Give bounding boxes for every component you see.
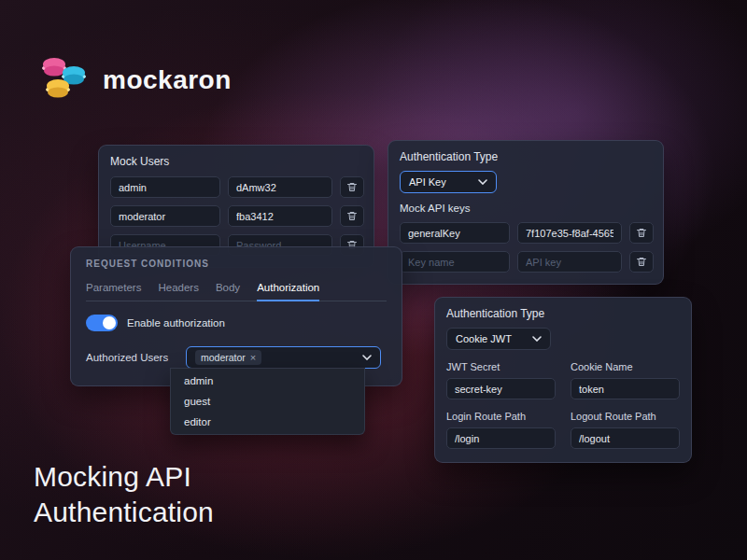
chip-remove-icon[interactable]: × — [250, 353, 256, 363]
page: mockaron Mock Users Authenticat — [0, 0, 747, 560]
delete-user-button[interactable] — [340, 205, 364, 227]
tab-headers[interactable]: Headers — [158, 278, 198, 301]
cookie-name-label: Cookie Name — [571, 361, 680, 372]
delete-user-button[interactable] — [340, 176, 364, 198]
api-key-row — [400, 222, 652, 244]
tab-authorization[interactable]: Authorization — [257, 278, 319, 301]
login-route-field: Login Route Path — [446, 411, 556, 449]
password-input[interactable] — [228, 205, 332, 227]
logout-route-label: Logout Route Path — [571, 411, 680, 422]
tab-body[interactable]: Body — [216, 278, 240, 301]
delete-key-button[interactable] — [629, 222, 654, 244]
request-conditions-panel: REQUEST CONDITIONS Parameters Headers Bo… — [70, 246, 402, 386]
username-input[interactable] — [110, 205, 220, 227]
auth-type-select[interactable]: Cookie JWT — [446, 328, 551, 350]
auth-type-selected-value: API Key — [409, 176, 446, 188]
delete-key-button[interactable] — [629, 251, 654, 273]
enable-authorization-toggle[interactable] — [86, 315, 118, 331]
page-headline: Mocking API Authentication — [34, 459, 214, 530]
api-key-input[interactable] — [517, 251, 622, 273]
login-route-input[interactable] — [446, 427, 556, 449]
dropdown-option-admin[interactable]: admin — [171, 371, 364, 391]
auth-type-title: Authentication Type — [400, 150, 652, 163]
selected-user-chip: moderator × — [195, 350, 261, 365]
authorized-users-row: Authorized Users moderator × — [86, 346, 387, 369]
login-route-label: Login Route Path — [446, 411, 556, 422]
authorized-users-dropdown: admin guest editor — [170, 368, 365, 435]
brand-name: mockaron — [103, 65, 232, 95]
headline-line2: Authentication — [34, 495, 214, 530]
headline-line1: Mocking API — [34, 459, 214, 495]
enable-authorization-row: Enable authorization — [86, 315, 387, 331]
dropdown-option-guest[interactable]: guest — [171, 391, 364, 412]
logout-route-input[interactable] — [571, 427, 680, 449]
auth-type-selected-value: Cookie JWT — [456, 333, 512, 344]
jwt-fields: JWT Secret Cookie Name Login Route Path … — [446, 361, 680, 449]
cookie-name-field: Cookie Name — [571, 361, 680, 399]
chevron-down-icon — [362, 355, 372, 360]
trash-icon — [346, 181, 358, 193]
brand-logo: mockaron — [37, 54, 232, 106]
api-key-input[interactable] — [517, 222, 622, 244]
authorized-users-select[interactable]: moderator × — [186, 346, 381, 369]
authorized-users-label: Authorized Users — [86, 352, 186, 363]
jwt-secret-input[interactable] — [446, 378, 556, 399]
mock-user-row — [110, 176, 362, 198]
enable-authorization-label: Enable authorization — [127, 317, 225, 329]
cookie-jwt-auth-panel: Authentication Type Cookie JWT JWT Secre… — [434, 297, 692, 463]
macaron-logo-icon — [37, 54, 90, 106]
trash-icon — [346, 210, 358, 222]
key-name-input[interactable] — [400, 222, 510, 244]
jwt-secret-label: JWT Secret — [446, 361, 556, 372]
mock-user-row — [110, 205, 362, 227]
dropdown-option-editor[interactable]: editor — [171, 412, 364, 432]
chevron-down-icon — [478, 179, 487, 185]
logout-route-field: Logout Route Path — [571, 411, 680, 449]
chevron-down-icon — [532, 336, 542, 342]
selected-chips: moderator × — [195, 350, 261, 365]
api-key-row-empty — [400, 251, 652, 273]
auth-type-select[interactable]: API Key — [400, 171, 497, 193]
mock-api-keys-label: Mock API keys — [400, 203, 652, 214]
auth-type-title: Authentication Type — [446, 307, 680, 320]
mock-users-title: Mock Users — [110, 155, 362, 168]
request-conditions-title: REQUEST CONDITIONS — [86, 259, 387, 269]
trash-icon — [636, 256, 647, 268]
trash-icon — [636, 227, 647, 239]
key-name-input[interactable] — [400, 251, 510, 273]
api-key-auth-panel: Authentication Type API Key Mock API key… — [388, 140, 664, 285]
chip-label: moderator — [201, 352, 246, 363]
jwt-secret-field: JWT Secret — [446, 361, 556, 399]
toggle-knob — [103, 316, 116, 329]
tab-parameters[interactable]: Parameters — [86, 278, 141, 301]
username-input[interactable] — [110, 176, 220, 198]
password-input[interactable] — [228, 176, 332, 198]
cookie-name-input[interactable] — [571, 378, 680, 399]
request-conditions-tabs: Parameters Headers Body Authorization — [86, 278, 387, 301]
